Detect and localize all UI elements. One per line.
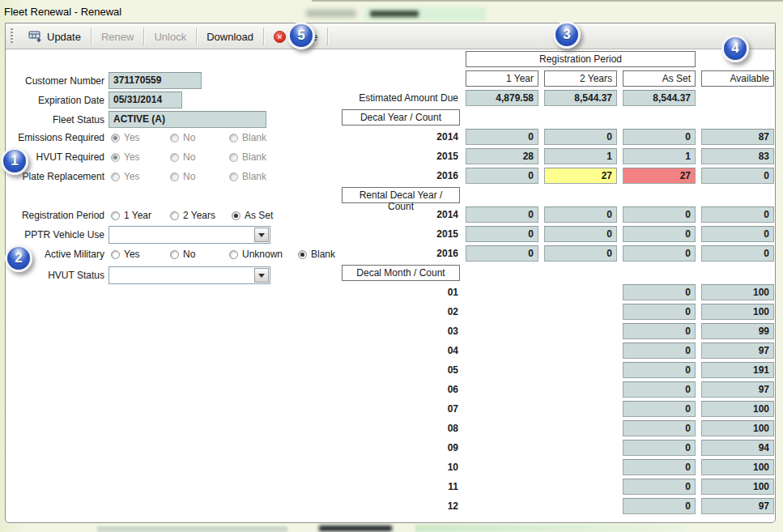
emissions-required-radio-yes: Yes xyxy=(111,132,170,143)
month-available-cell: 100 xyxy=(701,479,774,495)
toolbar-grip-handle[interactable] xyxy=(11,28,13,45)
month-asset-cell: 0 xyxy=(623,323,696,339)
unlock-button: Unlock xyxy=(145,26,195,47)
rental-year-cell: 0 xyxy=(466,245,538,262)
rental-year-cell: 0 xyxy=(544,206,617,223)
fleet-status-field[interactable]: ACTIVE (A) xyxy=(109,111,266,128)
rental-year-cell: 0 xyxy=(623,206,696,223)
decal-year-cell: 0 xyxy=(701,168,774,184)
emissions-required-radio-blank: Blank xyxy=(229,132,266,143)
estimated-amount-asset: 8,544.37 xyxy=(623,90,696,106)
month-available-cell: 97 xyxy=(701,498,774,514)
month-label: 12 xyxy=(342,498,460,514)
pptr-vehicle-use-select[interactable] xyxy=(109,226,270,244)
active-military-radio-no[interactable]: No xyxy=(170,249,229,260)
radio-icon xyxy=(170,250,179,259)
radio-label: 1 Year xyxy=(124,210,151,221)
radio-icon xyxy=(229,153,238,162)
month-asset-cell: 0 xyxy=(623,459,696,475)
update-button-label: Update xyxy=(47,31,81,43)
callout-5: 5 xyxy=(287,22,315,49)
radio-icon xyxy=(229,134,238,143)
redacted-background-label xyxy=(306,10,356,17)
rental-year-cell: 0 xyxy=(623,226,696,242)
decal-year-cell: 0 xyxy=(466,168,538,184)
radio-label: No xyxy=(183,151,195,163)
customer-number-field[interactable]: 371170559 xyxy=(109,72,202,89)
chevron-down-icon[interactable] xyxy=(254,228,269,242)
customer-number-label: Customer Number xyxy=(7,75,104,87)
month-label: 08 xyxy=(342,420,460,436)
radio-label: Yes xyxy=(124,151,140,163)
toolbar-separator xyxy=(263,28,264,45)
rental-year-2016-label: 2016 xyxy=(342,245,460,262)
callout-4: 4 xyxy=(721,35,749,62)
decal-year-cell: 0 xyxy=(466,129,538,145)
decal-year-2016-label: 2016 xyxy=(342,168,460,184)
month-available-cell: 99 xyxy=(701,323,774,339)
toolbar-separator xyxy=(327,28,328,45)
registration-period-radio-1year[interactable]: 1 Year xyxy=(111,210,170,221)
rental-year-cell: 0 xyxy=(466,226,538,242)
expiration-date-row: Expiration Date 05/31/2014 xyxy=(7,92,182,109)
background-bottom-strip-green xyxy=(415,525,684,532)
emissions-required-radio-no: No xyxy=(170,132,229,143)
radio-icon xyxy=(111,153,120,162)
customer-number-row: Customer Number 371170559 xyxy=(7,72,202,89)
rental-year-cell: 0 xyxy=(701,206,774,223)
decal-year-cell: 0 xyxy=(623,129,696,145)
toolbar-separator xyxy=(143,28,144,45)
radio-icon xyxy=(170,211,179,220)
month-asset-cell: 0 xyxy=(623,498,696,514)
redacted-background-bottom-text xyxy=(319,526,392,531)
decal-year-cell-highlight-red: 27 xyxy=(623,168,696,184)
plate-replacement-row: Plate Replacement Yes No Blank xyxy=(7,171,266,182)
expiration-date-field[interactable]: 05/31/2014 xyxy=(109,92,182,109)
month-label: 04 xyxy=(342,343,460,359)
decal-year-cell: 87 xyxy=(701,129,774,145)
radio-icon xyxy=(111,211,120,220)
radio-icon xyxy=(111,172,120,181)
month-available-cell: 97 xyxy=(701,381,774,398)
rental-year-cell: 0 xyxy=(701,245,774,262)
hvut-status-select[interactable] xyxy=(109,266,270,284)
rental-year-cell: 0 xyxy=(623,245,696,262)
registration-period-row: Registration Period 1 Year 2 Years As Se… xyxy=(7,210,273,221)
radio-label: 2 Years xyxy=(183,210,215,221)
month-label: 03 xyxy=(342,323,460,339)
estimated-amount-due-label: Estimated Amount Due xyxy=(342,90,460,106)
renew-button: Renew xyxy=(92,26,143,47)
rental-year-cell: 0 xyxy=(544,226,617,242)
radio-icon xyxy=(170,134,179,143)
registration-period-radio-2years[interactable]: 2 Years xyxy=(170,210,232,221)
update-button[interactable]: Update xyxy=(19,26,90,47)
month-asset-cell: 0 xyxy=(623,362,696,378)
registration-period-radio-asset[interactable]: As Set xyxy=(232,210,273,221)
rental-year-cell: 0 xyxy=(544,245,617,262)
callout-3: 3 xyxy=(553,21,581,49)
month-available-cell: 100 xyxy=(701,459,774,475)
radio-label: No xyxy=(183,249,195,260)
month-label: 06 xyxy=(342,381,460,398)
chevron-down-icon[interactable] xyxy=(254,268,269,283)
radio-icon xyxy=(229,250,238,259)
month-label: 07 xyxy=(342,401,460,417)
column-header-available: Available xyxy=(701,70,774,87)
radio-icon xyxy=(170,153,179,162)
toolbar-separator xyxy=(91,28,91,45)
month-asset-cell: 0 xyxy=(623,479,696,495)
update-grid-icon xyxy=(28,30,42,43)
active-military-radio-yes[interactable]: Yes xyxy=(111,249,170,260)
download-button[interactable]: Download xyxy=(198,26,262,47)
background-bottom-strip xyxy=(97,526,287,532)
month-available-cell: 97 xyxy=(701,343,774,359)
window-title: Fleet Renewal - Renewal xyxy=(4,6,121,18)
radio-icon xyxy=(232,211,240,220)
decal-year-cell: 0 xyxy=(544,129,617,145)
toolbar: Update Renew Unlock Download ✕ Close xyxy=(6,23,775,49)
active-military-radio-blank[interactable]: Blank xyxy=(298,249,335,260)
radio-icon xyxy=(229,172,238,181)
plate-replacement-radio-no: No xyxy=(170,171,229,182)
active-military-radio-unknown[interactable]: Unknown xyxy=(229,249,298,260)
expiration-date-label: Expiration Date xyxy=(7,95,104,106)
